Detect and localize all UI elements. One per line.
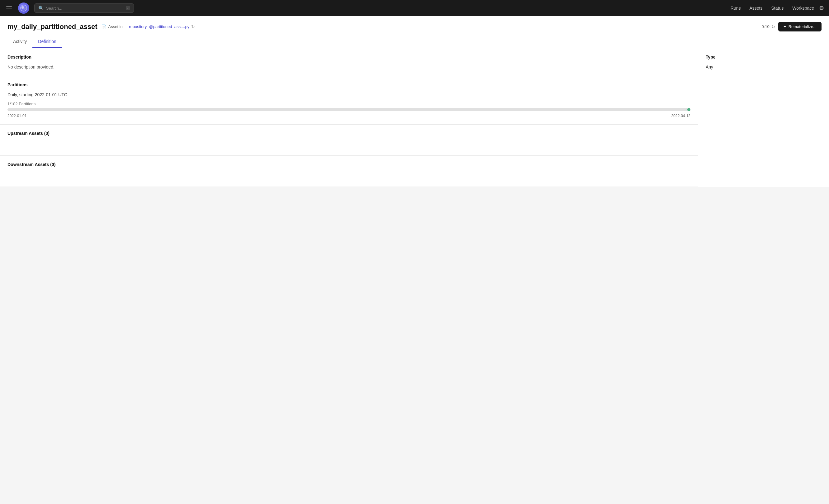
description-section: Description No description provided. — [0, 48, 698, 76]
partition-bar — [7, 108, 690, 111]
partitions-section: Partitions Daily, starting 2022-01-01 UT… — [0, 76, 698, 124]
search-shortcut: / — [126, 6, 130, 10]
page-title: my_daily_partitioned_asset — [7, 23, 98, 31]
hamburger-menu[interactable] — [5, 5, 13, 11]
nav-assets[interactable]: Assets — [750, 6, 763, 10]
nav-links: Runs Assets Status Workspace — [731, 6, 814, 10]
right-panel: Type Any — [698, 48, 829, 187]
top-navigation: 🔍 / Runs Assets Status Workspace ⚙ — [0, 0, 829, 16]
description-text: No description provided. — [7, 65, 690, 69]
partition-date-start: 2022-01-01 — [7, 114, 27, 118]
tabs-bar: Activity Definition — [7, 36, 822, 48]
rematerialize-icon: ✦ — [783, 24, 787, 29]
logo — [18, 2, 29, 14]
partitions-content: Daily, starting 2022-01-01 UTC. 1/102 Pa… — [7, 92, 690, 118]
upstream-assets-section: Upstream Assets (0) — [0, 124, 698, 156]
partition-schedule: Daily, starting 2022-01-01 UTC. — [7, 92, 690, 97]
partition-date-end: 2022-04-12 — [672, 114, 690, 118]
settings-icon[interactable]: ⚙ — [819, 5, 824, 11]
breadcrumb-refresh-icon[interactable]: ↻ — [191, 24, 195, 29]
rematerialize-button[interactable]: ✦ Rematerialize... — [778, 22, 822, 32]
type-header: Type — [706, 55, 822, 60]
downstream-assets-section: Downstream Assets (0) — [0, 156, 698, 187]
nav-runs[interactable]: Runs — [731, 6, 741, 10]
tab-definition[interactable]: Definition — [32, 36, 62, 48]
svg-point-1 — [22, 6, 24, 9]
main-content: Description No description provided. Par… — [0, 48, 829, 187]
nav-status[interactable]: Status — [771, 6, 784, 10]
description-header: Description — [7, 55, 690, 60]
timer-refresh-icon[interactable]: ↻ — [771, 24, 775, 29]
upstream-header: Upstream Assets (0) — [7, 131, 690, 136]
rematerialize-label: Rematerialize... — [789, 24, 817, 29]
nav-workspace[interactable]: Workspace — [792, 6, 814, 10]
breadcrumb-link[interactable]: __repository_@partitioned_ass....py — [124, 24, 189, 29]
asset-breadcrumb: 📄 Asset in __repository_@partitioned_ass… — [101, 24, 195, 29]
search-input[interactable] — [46, 6, 123, 10]
partition-dates: 2022-01-01 2022-04-12 — [7, 114, 690, 118]
search-icon: 🔍 — [38, 6, 44, 10]
svg-point-2 — [24, 8, 26, 10]
file-icon: 📄 — [101, 24, 107, 29]
downstream-header: Downstream Assets (0) — [7, 162, 690, 167]
partitions-header: Partitions — [7, 82, 690, 87]
timer-value: 0:10 — [761, 24, 769, 29]
partition-count: 1/102 Partitions — [7, 102, 690, 106]
page-header: my_daily_partitioned_asset 📄 Asset in __… — [0, 16, 829, 48]
partition-bar-fill — [687, 108, 690, 111]
type-value: Any — [706, 65, 822, 69]
breadcrumb-prefix: Asset in — [108, 24, 123, 29]
tab-activity[interactable]: Activity — [7, 36, 32, 48]
left-panel: Description No description provided. Par… — [0, 48, 698, 187]
type-section: Type Any — [698, 48, 829, 76]
timer-display: 0:10 ↻ — [761, 24, 775, 29]
search-bar[interactable]: 🔍 / — [34, 3, 134, 13]
